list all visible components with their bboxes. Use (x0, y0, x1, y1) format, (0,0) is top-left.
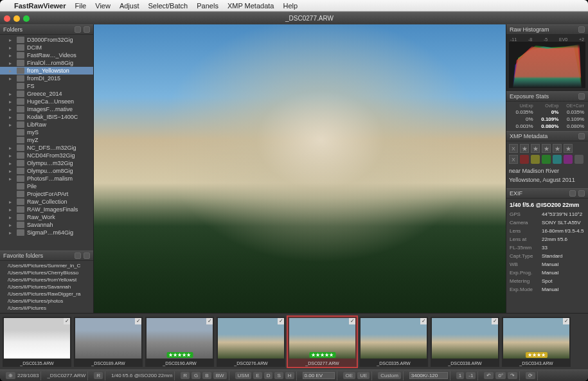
folder-item[interactable]: ▸RAW_ImagesFinals (0, 206, 93, 213)
panel-close-icon[interactable] (578, 133, 585, 139)
mode-s[interactable]: S (274, 372, 283, 379)
zoom-button[interactable]: ⊕ (6, 372, 15, 379)
folder-item[interactable]: ▸D3000From32Gig (0, 36, 93, 44)
filmstrip[interactable]: ✓_DSC0135.ARW✓_DSC0189.ARW✓★★★★★_DSC0190… (0, 313, 588, 369)
folder-tree[interactable]: ▸D3000From32Gig▸DCIM▸FastRaw…_Videos▸Fin… (0, 35, 93, 251)
channel-r[interactable]: R (181, 372, 190, 379)
minimize-icon[interactable] (13, 15, 20, 22)
thumbnail[interactable]: ✓_DSC0335.ARW (359, 317, 428, 367)
image-viewport[interactable] (94, 24, 506, 313)
mode-e[interactable]: E (253, 372, 262, 379)
thumbnail[interactable]: ✓_DSC0189.ARW (74, 317, 143, 367)
close-icon[interactable] (4, 15, 10, 22)
folder-item[interactable]: ▸Olympu…m32Gig (0, 159, 93, 167)
color-label[interactable] (531, 155, 540, 164)
raw-toggle[interactable]: R (94, 372, 103, 379)
check-icon[interactable]: ✓ (278, 318, 284, 324)
folder-item[interactable]: ▸FastRaw…_Videos (0, 51, 93, 59)
folder-item[interactable]: ▸DCIM (0, 44, 93, 51)
color-label[interactable] (575, 155, 584, 164)
folder-item[interactable]: ▸NC_DFS…m32Gig (0, 144, 93, 152)
menu-adjust[interactable]: Adjust (120, 2, 139, 10)
underexp-toggle[interactable]: UE (357, 372, 370, 379)
panel-grid-icon[interactable] (75, 253, 81, 259)
favorite-item[interactable]: /Users/il/Pictures/Summer_in_C (0, 262, 93, 269)
folder-item[interactable]: ▸ImagesF…rnative (0, 105, 93, 113)
color-label[interactable] (553, 155, 562, 164)
panel-close-icon[interactable] (578, 26, 585, 33)
folder-item[interactable]: ▸Kodak_IBIS−1400C (0, 113, 93, 121)
channel-g[interactable]: G (192, 372, 200, 379)
app-name[interactable]: FastRawViewer (14, 2, 66, 10)
folder-item[interactable]: ▸Raw_Work (0, 213, 93, 221)
channel-bw[interactable]: BW (213, 372, 227, 379)
color-label[interactable] (520, 155, 529, 164)
main-image[interactable] (94, 24, 506, 313)
usm-toggle[interactable]: USM (235, 372, 252, 379)
thumbnail[interactable]: ✓_DSC0276.ARW (217, 317, 285, 367)
folder-item[interactable]: Pile (0, 182, 93, 190)
folder-item[interactable]: ▸Raw_Collection (0, 198, 93, 206)
folder-item[interactable]: ▸Olympu…om8Gig (0, 167, 93, 175)
mode-d[interactable]: D (264, 372, 273, 379)
menu-selectbatch[interactable]: Select/Batch (148, 2, 188, 10)
rotation-value[interactable]: 0° (495, 372, 506, 379)
menu-view[interactable]: View (95, 2, 111, 10)
folder-item[interactable]: ▸Greece_2014 (0, 90, 93, 98)
panel-close-icon[interactable] (84, 253, 90, 259)
favorite-item[interactable]: /Users/il/Pictures/fromYellowst (0, 276, 93, 283)
folder-item[interactable]: ▸PhotosF…malism (0, 175, 93, 182)
folder-item[interactable]: ▸LibRaw (0, 121, 93, 128)
check-icon[interactable]: ✓ (420, 318, 427, 324)
thumbnail[interactable]: ✓★★★★★_DSC0190.ARW (145, 317, 214, 367)
panel-gear-icon[interactable] (569, 190, 576, 197)
mode-h[interactable]: H (285, 372, 294, 379)
folder-item[interactable]: myS (0, 128, 93, 136)
folder-item[interactable]: ▸Savannah (0, 221, 93, 229)
label-clear-button[interactable]: X (509, 155, 518, 164)
rating-star-3[interactable]: ★ (542, 144, 551, 153)
check-icon[interactable]: ✓ (64, 318, 70, 324)
rating-star-5[interactable]: ★ (564, 144, 573, 153)
rotate-cw-icon[interactable]: ↷ (508, 372, 517, 379)
rating-star-4[interactable]: ★ (553, 144, 562, 153)
favorite-item[interactable]: /Users/il/Pictures/photos (0, 297, 93, 305)
folder-item[interactable]: FS (0, 82, 93, 90)
panel-grid-icon[interactable] (75, 26, 81, 33)
folder-item[interactable]: ▸FinalOl…rom8Gig (0, 59, 93, 67)
check-icon[interactable]: ✓ (349, 318, 355, 324)
menu-help[interactable]: Help (283, 2, 298, 10)
check-icon[interactable]: ✓ (135, 318, 141, 324)
wb-select[interactable]: Custom (378, 372, 401, 379)
favorite-item[interactable]: /Users/il/Pictures/Savannah (0, 283, 93, 290)
rating-star-2[interactable]: ★ (531, 144, 540, 153)
folder-item[interactable]: ▸NCD04From32Gig (0, 152, 93, 159)
overexp-toggle[interactable]: OE (343, 372, 356, 379)
panel-close-icon[interactable] (84, 26, 90, 33)
folder-item[interactable]: ▸fromDI_2015 (0, 75, 93, 82)
menu-panels[interactable]: Panels (197, 2, 218, 10)
rating-clear-button[interactable]: X (509, 144, 518, 153)
thumbnail[interactable]: ✓_DSC0135.ARW (3, 317, 71, 367)
thumbnail[interactable]: ✓★★★★_DSC0343.ARW (502, 317, 571, 367)
favorite-item[interactable]: /Users/il/Pictures (0, 305, 93, 312)
thumbnail[interactable]: ✓_DSC0338.ARW (431, 317, 499, 367)
ev-plus[interactable]: 1 (456, 372, 464, 379)
check-icon[interactable]: ✓ (492, 318, 498, 324)
folder-item[interactable]: myZ (0, 136, 93, 144)
menu-xmp[interactable]: XMP Metadata (227, 2, 274, 10)
favorite-item[interactable]: /Users/il/Pictures/CherryBlosso (0, 269, 93, 276)
refresh-icon[interactable]: ⟳ (526, 372, 535, 379)
folder-item[interactable]: ▸from_Yellowston (0, 67, 93, 75)
zoom-icon[interactable] (23, 15, 30, 22)
ev-input[interactable] (303, 372, 335, 379)
rotate-ccw-icon[interactable]: ↶ (484, 372, 494, 379)
folder-item[interactable]: ▸HugeCa…Unseen (0, 98, 93, 105)
ev-minus[interactable]: -1 (466, 372, 476, 379)
menu-file[interactable]: File (75, 2, 87, 10)
panel-close-icon[interactable] (578, 93, 585, 100)
channel-b[interactable]: B (202, 372, 211, 379)
favorite-item[interactable]: /Users/il/Pictures/RawDigger_ra (0, 290, 93, 297)
folder-item[interactable]: ProjectForAPArt (0, 190, 93, 198)
folder-item[interactable]: ▸SigmaP…m64Gig (0, 229, 93, 236)
